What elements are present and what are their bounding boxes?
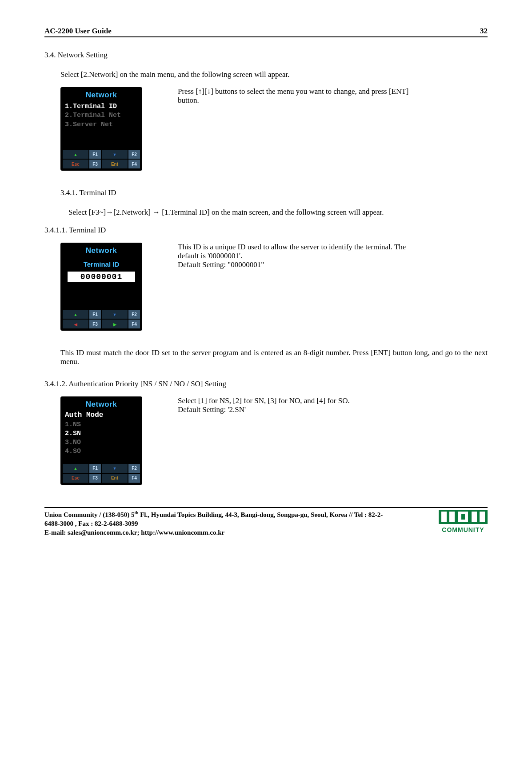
svg-rect-6 (480, 512, 485, 522)
f2-label: F2 (128, 149, 140, 159)
heading-3-4: 3.4. Network Setting (44, 51, 488, 60)
f3-label: F3 (89, 159, 101, 169)
svg-rect-1 (441, 512, 447, 522)
network-menu-screen: Network 1.Terminal ID 2.Terminal Net 3.S… (60, 87, 142, 171)
down-icon[interactable] (101, 149, 128, 159)
desc-3-4-1-1-a: This ID is a unique ID used to allow the… (178, 243, 427, 260)
svg-rect-2 (449, 512, 455, 522)
up-icon[interactable] (62, 149, 89, 159)
union-logo-icon (439, 510, 488, 524)
f2-label: F2 (128, 309, 140, 319)
screen-subtitle: Auth Mode (65, 411, 138, 420)
heading-3-4-1-1: 3.4.1.1. Terminal ID (44, 226, 488, 235)
after-3-4-1-1: This ID must match the door ID set to th… (60, 348, 488, 366)
f1-label: F1 (89, 309, 101, 319)
f4-label: F4 (128, 159, 140, 169)
page-number: 32 (480, 27, 488, 36)
menu-item-ns[interactable]: 1.NS (65, 420, 138, 429)
esc-button[interactable]: Esc (62, 473, 89, 483)
f3-label: F3 (89, 473, 101, 483)
screen-title: Network (62, 89, 140, 100)
left-icon[interactable] (62, 319, 89, 329)
intro-3-4: Select [2.Network] on the main menu, and… (60, 70, 488, 79)
menu-item-sn[interactable]: 2.SN (65, 429, 138, 438)
svg-rect-4 (461, 514, 465, 520)
footer-line-1a: Union Community / (138-050) 5 (44, 511, 135, 518)
heading-3-4-1: 3.4.1. Terminal ID (60, 188, 488, 197)
menu-item-so[interactable]: 4.SO (65, 447, 138, 456)
screen-title: Network (62, 398, 140, 410)
f1-label: F1 (89, 464, 101, 473)
f4-label: F4 (128, 319, 140, 329)
footer-line-2: E-mail: sales@unioncomm.co.kr; http://ww… (44, 529, 224, 536)
union-logo: COMMUNITY (439, 510, 488, 533)
down-icon[interactable] (101, 309, 128, 319)
union-logo-text: COMMUNITY (439, 526, 488, 533)
menu-item-server-net[interactable]: 3.Server Net (65, 120, 138, 129)
doc-title: AC-2200 User Guide (44, 27, 112, 36)
intro-3-4-1: Select [F3~]→[2.Network] → [1.Terminal I… (68, 208, 488, 217)
f4-label: F4 (128, 473, 140, 483)
page-footer: Union Community / (138-050) 5th Fl., Hyu… (44, 507, 488, 537)
terminal-id-input[interactable]: 00000001 (68, 272, 135, 282)
desc-3-4-1-1-b: Default Setting: "00000001" (178, 260, 427, 269)
f3-label: F3 (89, 319, 101, 329)
menu-item-terminal-net[interactable]: 2.Terminal Net (65, 111, 138, 120)
svg-rect-5 (472, 512, 477, 522)
screen-subtitle: Terminal ID (65, 260, 138, 268)
ent-button[interactable]: Ent (101, 473, 128, 483)
up-icon[interactable] (62, 464, 89, 473)
desc-3-4: Press [↑][↓] buttons to select the menu … (178, 87, 427, 105)
down-icon[interactable] (101, 464, 128, 473)
desc-3-4-1-2-a: Select [1] for NS, [2] for SN, [3] for N… (178, 396, 350, 405)
page-header: AC-2200 User Guide 32 (44, 27, 488, 37)
ent-button[interactable]: Ent (101, 159, 128, 169)
heading-3-4-1-2: 3.4.1.2. Authentication Priority [NS / S… (44, 380, 488, 388)
auth-mode-screen: Network Auth Mode 1.NS 2.SN 3.NO 4.SO F1… (60, 396, 142, 485)
terminal-id-screen: Network Terminal ID 00000001 F1 F2 F3 F4 (60, 243, 142, 331)
esc-button[interactable]: Esc (62, 159, 89, 169)
menu-item-terminal-id[interactable]: 1.Terminal ID (65, 102, 138, 111)
screen-title: Network (62, 244, 140, 256)
up-icon[interactable] (62, 309, 89, 319)
f1-label: F1 (89, 149, 101, 159)
menu-item-no[interactable]: 3.NO (65, 438, 138, 447)
f2-label: F2 (128, 464, 140, 473)
desc-3-4-1-2-b: Default Setting: '2.SN' (178, 405, 350, 414)
right-icon[interactable] (101, 319, 128, 329)
